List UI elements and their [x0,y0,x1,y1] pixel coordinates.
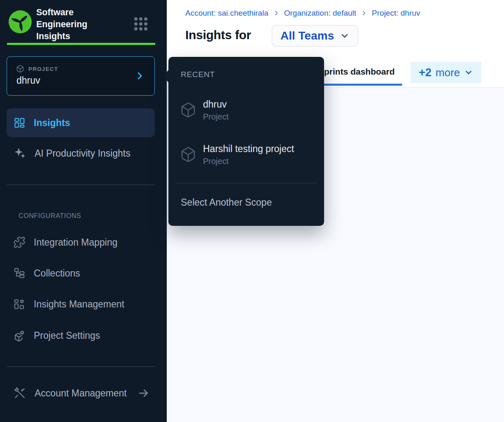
collections-tree-icon [13,267,26,279]
active-tab-indicator [312,84,402,86]
chevron-right-icon [273,10,279,16]
recent-scope-item-harshil-testing-project[interactable]: Harshil testing project Project [180,141,316,168]
app-title: Software Engineering Insights [36,7,110,42]
project-cube-icon [16,65,24,73]
select-another-scope-button[interactable]: Select Another Scope [181,197,272,208]
scope-item-type: Project [203,155,294,167]
chevron-right-icon [361,10,367,16]
sidebar-item-collections[interactable]: Collections [7,263,155,283]
sidebar-item-project-settings[interactable]: Project Settings [7,326,155,345]
sidebar-item-label: AI Productivity Insights [35,148,131,159]
header-accent-bar [7,43,155,45]
breadcrumb-organization-link[interactable]: Organization: default [284,9,356,18]
page-title: Insights for [185,28,251,42]
chevron-down-icon [340,31,350,41]
breadcrumb: Account: sai.cheethirala Organization: d… [185,9,420,18]
team-selector-dropdown[interactable]: All Teams [272,25,358,47]
scope-item-type: Project [203,111,229,122]
breadcrumb-project-link[interactable]: Project: dhruv [372,9,420,18]
sidebar-item-label: Collections [34,268,80,279]
tab-sprints-dashboard[interactable]: Sprints dashboard [312,67,401,77]
chevron-down-icon [464,68,473,77]
sidebar-item-account-management[interactable]: Account Management [7,383,155,403]
sidebar: Software Engineering Insights PROJECT dh… [0,0,167,422]
puzzle-icon [13,236,26,249]
project-cube-icon [180,102,196,118]
sidebar-item-insights-management[interactable]: Insights Management [7,294,155,314]
breadcrumb-account-link[interactable]: Account: sai.cheethirala [185,9,268,18]
panel-pointer-arrow [163,70,169,83]
scope-item-name: Harshil testing project [203,142,294,155]
configurations-section-label: CONFIGURATIONS [19,212,81,220]
project-cube-icon [180,146,196,163]
sidebar-item-ai-productivity[interactable]: AI Productivity Insights [7,143,155,163]
sidebar-item-label: Insights [34,117,70,129]
sidebar-item-label: Integration Mapping [34,237,117,248]
recent-section-label: RECENT [181,70,215,79]
sidebar-item-label: Account Management [35,388,127,399]
tools-icon [13,387,26,400]
sidebar-item-integration-mapping[interactable]: Integration Mapping [7,232,155,252]
more-tabs-label: more [436,66,460,79]
insights-gear-icon [13,298,26,310]
cube-gear-icon [13,329,26,342]
app-logo-icon [9,10,32,33]
sidebar-item-label: Insights Management [34,299,124,310]
project-scope-card[interactable]: PROJECT dhruv [7,56,155,96]
arrow-right-icon [138,387,150,399]
app-switcher-icon[interactable] [134,17,148,30]
sparkles-icon [13,147,26,160]
chevron-right-icon [135,71,145,81]
sidebar-item-label: Project Settings [34,330,100,341]
project-card-name: dhruv [16,75,40,86]
more-tabs-dropdown[interactable]: +2 more [411,62,481,83]
sidebar-divider [7,366,155,367]
scope-dropdown-panel: RECENT dhruv Project Harshil testing pro… [168,57,324,226]
recent-scope-item-dhruv[interactable]: dhruv Project [180,96,316,124]
scope-item-name: dhruv [203,98,229,111]
panel-divider [175,183,318,183]
project-card-label: PROJECT [28,66,58,72]
team-selector-value: All Teams [280,29,334,42]
sidebar-divider [7,185,155,185]
more-tabs-count: +2 [419,66,432,79]
insights-dashboard-icon [13,117,26,129]
sidebar-item-insights[interactable]: Insights [7,108,155,137]
